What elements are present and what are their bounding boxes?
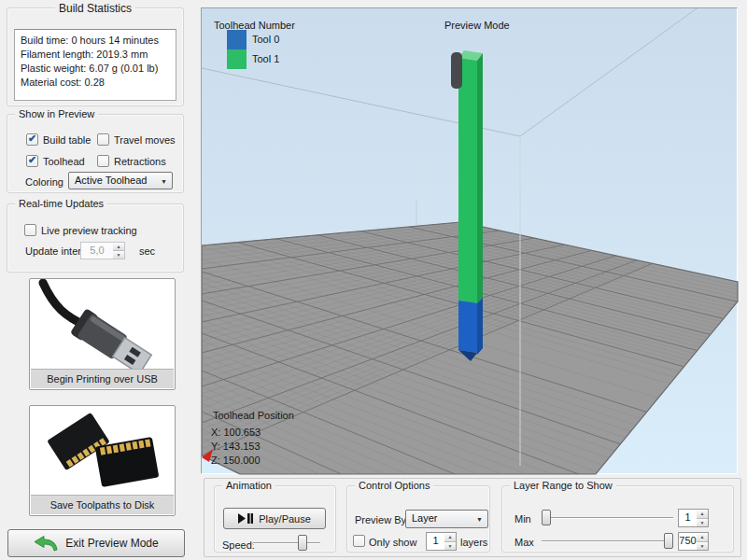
- max-layer-input[interactable]: 750: [678, 532, 698, 551]
- sd-cards-icon: [30, 406, 175, 495]
- printed-column: [458, 50, 483, 361]
- stat-build-time: Build time: 0 hours 14 minutes: [21, 34, 170, 48]
- speed-slider[interactable]: [253, 535, 320, 552]
- only-show-layers-input[interactable]: 1: [426, 532, 445, 551]
- update-interval-input[interactable]: 5,0: [80, 242, 114, 259]
- build-table-label: Build table: [43, 134, 91, 146]
- speed-label: Speed:: [222, 539, 255, 551]
- control-options-group: Control Options Preview By Layer Only sh…: [346, 485, 490, 553]
- toolhead-label: Toolhead: [43, 156, 85, 167]
- layer-range-group: Layer Range to Show Min 1 Max 750: [501, 485, 734, 553]
- layer-range-title: Layer Range to Show: [510, 480, 616, 491]
- toolhead-position-y: Y: 143.153: [211, 441, 261, 452]
- toolhead-marker: [451, 52, 462, 89]
- only-show-spinner[interactable]: [444, 532, 457, 551]
- control-options-title: Control Options: [355, 480, 433, 491]
- live-preview-checkbox[interactable]: [24, 224, 36, 236]
- max-slider-track: [542, 540, 673, 542]
- speed-slider-thumb[interactable]: [298, 535, 307, 551]
- build-statistics-title: Build Statistics: [55, 2, 135, 15]
- coloring-label: Coloring: [25, 176, 63, 188]
- stat-filament-length: Filament length: 2019.3 mm: [21, 48, 170, 62]
- play-pause-label: Play/Pause: [259, 513, 311, 525]
- usb-button-caption: Begin Printing over USB: [31, 369, 174, 388]
- sd-button-caption: Save Toolpaths to Disk: [31, 495, 174, 514]
- column-green-front-face: [458, 58, 477, 303]
- save-toolpaths-button[interactable]: Save Toolpaths to Disk: [29, 405, 176, 516]
- preview-by-dropdown[interactable]: Layer: [405, 510, 488, 528]
- coloring-dropdown[interactable]: Active Toolhead: [68, 172, 173, 189]
- min-layer-input[interactable]: 1: [678, 509, 698, 527]
- begin-printing-usb-button[interactable]: Begin Printing over USB: [29, 278, 176, 390]
- exit-button-label: Exit Preview Mode: [65, 537, 158, 550]
- legend-tool0-swatch: [227, 30, 247, 49]
- toolhead-position-z: Z: 150.000: [211, 455, 261, 466]
- update-interval-spinner[interactable]: [113, 242, 125, 259]
- scene-canvas[interactable]: [202, 8, 739, 475]
- preview-3d-viewport[interactable]: Toolhead Number Tool 0 Tool 1 Preview Mo…: [201, 7, 738, 474]
- preview-by-value: Layer: [412, 512, 438, 524]
- min-slider-thumb[interactable]: [542, 510, 551, 525]
- spin-up-icon[interactable]: [697, 510, 708, 519]
- legend-tool0-label: Tool 0: [252, 34, 279, 45]
- max-layer-slider[interactable]: [542, 533, 673, 550]
- stat-plastic-weight: Plastic weight: 6.07 g (0.01 lb): [21, 62, 170, 76]
- min-slider-track: [542, 517, 673, 519]
- legend-tool1-swatch: [227, 49, 247, 69]
- live-preview-label: Live preview tracking: [41, 225, 137, 236]
- spin-up-icon[interactable]: [697, 533, 708, 542]
- realtime-updates-title: Real-time Updates: [15, 198, 107, 209]
- max-slider-thumb[interactable]: [664, 533, 673, 549]
- min-layer-slider[interactable]: [542, 510, 673, 526]
- exit-preview-mode-button[interactable]: Exit Preview Mode: [7, 529, 185, 557]
- build-statistics-box: Build time: 0 hours 14 minutes Filament …: [14, 29, 176, 101]
- application-window: { "sidebar": { "build_statistics": { "ti…: [0, 0, 747, 560]
- column-blue-side-face: [477, 298, 483, 355]
- play-pause-button[interactable]: Play/Pause: [223, 508, 326, 529]
- spin-up-icon[interactable]: [444, 533, 456, 542]
- column-green-side-face: [477, 53, 483, 303]
- spin-down-icon[interactable]: [697, 519, 708, 527]
- play-pause-icon: [238, 513, 253, 524]
- bottom-control-bar: Animation Play/Pause Speed: Control Opti…: [204, 478, 741, 557]
- spin-down-icon[interactable]: [113, 251, 124, 259]
- retractions-checkbox[interactable]: [97, 155, 109, 167]
- stat-material-cost: Material cost: 0.28: [21, 76, 170, 90]
- max-label: Max: [514, 537, 534, 548]
- spin-down-icon[interactable]: [444, 542, 456, 551]
- only-show-checkbox[interactable]: [353, 535, 365, 547]
- min-layer-spinner[interactable]: [697, 509, 709, 527]
- wireframe-top-right-edge: [520, 8, 699, 136]
- retractions-label: Retractions: [114, 156, 166, 167]
- preview-mode-label: Preview Mode: [444, 20, 510, 31]
- preview-by-label: Preview By: [355, 514, 406, 525]
- toolhead-position-x: X: 100.653: [211, 427, 261, 438]
- max-layer-spinner[interactable]: [697, 532, 709, 551]
- toolhead-position-title: Toolhead Position: [213, 410, 294, 421]
- column-blue-front-face: [458, 301, 477, 353]
- layers-suffix-label: layers: [460, 537, 487, 548]
- animation-group: Animation Play/Pause Speed:: [214, 485, 336, 553]
- spin-up-icon[interactable]: [113, 243, 124, 251]
- build-table-checkbox[interactable]: [26, 133, 38, 146]
- build-statistics-group: Build Statistics Build time: 0 hours 14 …: [7, 7, 184, 106]
- realtime-updates-group: Real-time Updates Live preview tracking …: [7, 203, 184, 273]
- green-back-arrow-icon: [34, 536, 58, 552]
- toolhead-checkbox[interactable]: [26, 155, 38, 167]
- spin-down-icon[interactable]: [697, 542, 708, 551]
- animation-title: Animation: [222, 480, 275, 491]
- only-show-label: Only show: [369, 537, 416, 548]
- travel-moves-checkbox[interactable]: [97, 133, 109, 146]
- travel-moves-label: Travel moves: [114, 134, 176, 146]
- speed-slider-track: [253, 542, 320, 544]
- coloring-dropdown-value: Active Toolhead: [75, 175, 147, 186]
- show-in-preview-title: Show in Preview: [15, 108, 98, 119]
- legend-tool1-label: Tool 1: [252, 53, 279, 64]
- sidebar: Build Statistics Build time: 0 hours 14 …: [0, 0, 201, 560]
- usb-cable-icon: [30, 279, 175, 369]
- update-interval-unit: sec: [139, 245, 155, 257]
- min-label: Min: [514, 513, 531, 525]
- show-in-preview-group: Show in Preview Build table Travel moves…: [7, 114, 184, 193]
